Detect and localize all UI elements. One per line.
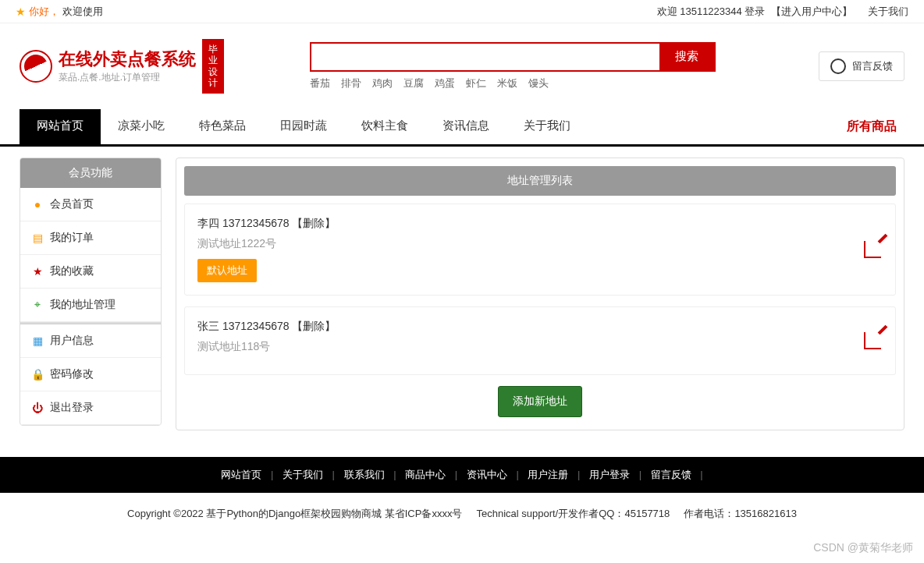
footer-link[interactable]: 商品中心 [402,469,449,480]
footer-info: Copyright ©2022 基于Python的Django框架校园购物商城 … [0,493,924,535]
footer-link[interactable]: 用户登录 [586,469,633,480]
sidebar: 会员功能 ●会员首页▤我的订单★我的收藏⌖我的地址管理 ▦用户信息🔒密码修改⏻退… [20,158,162,426]
nav-item[interactable]: 资讯信息 [425,109,506,144]
footer: 网站首页 | 关于我们 | 联系我们 | 商品中心 | 资讯中心 | 用户注册 … [0,457,924,535]
logo-text: 在线外卖点餐系统 菜品.点餐.地址.订单管理 [59,48,196,84]
nav-all-goods[interactable]: 所有商品 [839,109,904,144]
search-tag[interactable]: 番茄 [310,77,330,89]
sidebar-item-label: 密码修改 [50,367,94,381]
sidebar-item-home[interactable]: ●会员首页 [20,188,161,221]
search-tag[interactable]: 鸡肉 [372,77,393,89]
content-panel: 地址管理列表 李四 13712345678 【删除】测试地址1222号默认地址张… [176,158,904,430]
default-badge: 默认地址 [197,259,257,282]
sidebar-item-user[interactable]: ▦用户信息 [20,324,161,358]
header: 在线外卖点餐系统 菜品.点餐.地址.订单管理 毕业 设计 搜索 番茄排骨鸡肉豆腐… [0,23,924,109]
greeting-text: 欢迎使用 [62,5,103,19]
sidebar-item-label: 退出登录 [50,401,94,415]
address-card: 李四 13712345678 【删除】测试地址1222号默认地址 [184,204,896,296]
order-icon: ▤ [31,232,44,244]
headset-icon [830,58,846,74]
sidebar-item-label: 我的收藏 [50,264,94,278]
nav-item[interactable]: 田园时蔬 [263,109,344,144]
add-address-button[interactable]: 添加新地址 [498,386,582,417]
search-tag[interactable]: 虾仁 [466,77,486,89]
delete-link[interactable]: 【删除】 [292,320,336,332]
logo-title: 在线外卖点餐系统 [59,48,196,71]
footer-link[interactable]: 资讯中心 [464,469,510,480]
footer-link[interactable]: 联系我们 [341,469,388,480]
footer-nav: 网站首页 | 关于我们 | 联系我们 | 商品中心 | 资讯中心 | 用户注册 … [0,457,924,493]
footer-link[interactable]: 网站首页 [218,469,265,480]
footer-link[interactable]: 留言反馈 [648,469,695,480]
search-area: 搜索 番茄排骨鸡肉豆腐鸡蛋虾仁米饭馒头 [310,42,716,90]
home-icon: ● [31,198,44,211]
topbar-right: 欢迎 13511223344 登录 【进入用户中心】 关于我们 [657,5,908,19]
sidebar-item-pin[interactable]: ⌖我的地址管理 [20,289,161,322]
search-tag[interactable]: 排骨 [341,77,361,89]
footer-link[interactable]: 关于我们 [279,469,326,480]
pin-icon: ⌖ [31,299,44,311]
address-detail: 测试地址1222号 [197,237,883,251]
search-tag[interactable]: 鸡蛋 [435,77,455,89]
sidebar-item-label: 用户信息 [50,334,94,348]
sidebar-item-power[interactable]: ⏻退出登录 [20,391,161,425]
user-icon: ▦ [31,335,44,347]
sidebar-item-lock[interactable]: 🔒密码修改 [20,358,161,391]
greeting-prefix: 你好， [29,5,59,19]
nav-item[interactable]: 网站首页 [20,109,101,144]
search-input[interactable] [311,44,659,70]
sidebar-item-label: 会员首页 [50,197,94,211]
sidebar-item-star[interactable]: ★我的收藏 [20,255,161,289]
search-tags: 番茄排骨鸡肉豆腐鸡蛋虾仁米饭馒头 [310,76,716,90]
address-header: 李四 13712345678 【删除】 [197,217,883,231]
star-icon: ★ [31,265,44,278]
address-detail: 测试地址118号 [197,340,883,354]
sidebar-item-order[interactable]: ▤我的订单 [20,221,161,255]
feedback-button[interactable]: 留言反馈 [819,51,904,81]
logo-area[interactable]: 在线外卖点餐系统 菜品.点餐.地址.订单管理 毕业 设计 [20,39,224,94]
search-tag[interactable]: 米饭 [497,77,517,89]
nav-item[interactable]: 关于我们 [506,109,588,144]
power-icon: ⏻ [31,402,44,414]
topbar-sep [858,5,862,17]
search-button[interactable]: 搜索 [659,44,714,70]
sidebar-title: 会员功能 [20,158,161,188]
feedback-label: 留言反馈 [852,59,893,73]
user-center-link[interactable]: 【进入用户中心】 [771,5,852,19]
search-tag[interactable]: 豆腐 [403,77,424,89]
welcome-text: 欢迎 13511223344 登录 [657,5,766,19]
lock-icon: 🔒 [31,368,44,381]
delete-link[interactable]: 【删除】 [292,217,336,229]
main-area: 会员功能 ●会员首页▤我的订单★我的收藏⌖我的地址管理 ▦用户信息🔒密码修改⏻退… [0,147,924,441]
edit-icon[interactable] [864,332,881,349]
edit-icon[interactable] [864,241,881,258]
address-header: 张三 13712345678 【删除】 [197,320,883,334]
footer-link[interactable]: 用户注册 [524,469,571,480]
logo-subtitle: 菜品.点餐.地址.订单管理 [59,71,196,84]
nav-item[interactable]: 特色菜品 [182,109,263,144]
logo-badge: 毕业 设计 [202,39,224,94]
topbar-left: ★ 你好， 欢迎使用 [16,5,103,19]
topbar: ★ 你好， 欢迎使用 欢迎 13511223344 登录 【进入用户中心】 关于… [0,0,924,23]
content-title: 地址管理列表 [184,166,896,196]
search-tag[interactable]: 馒头 [528,77,549,89]
address-list: 李四 13712345678 【删除】测试地址1222号默认地址张三 13712… [184,204,896,375]
main-nav: 网站首页凉菜小吃特色菜品田园时蔬饮料主食资讯信息关于我们所有商品 [0,109,924,147]
nav-item[interactable]: 凉菜小吃 [101,109,182,144]
about-link[interactable]: 关于我们 [868,5,908,19]
sidebar-item-label: 我的地址管理 [50,298,116,312]
logo-icon [20,50,52,83]
star-icon: ★ [16,5,26,18]
sidebar-item-label: 我的订单 [50,231,94,245]
address-card: 张三 13712345678 【删除】测试地址118号 [184,306,896,375]
search-box: 搜索 [310,42,716,72]
nav-item[interactable]: 饮料主食 [344,109,425,144]
